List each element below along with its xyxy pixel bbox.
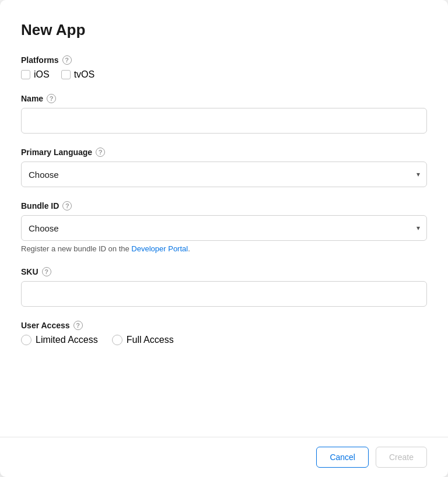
limited-access-radio-item[interactable]: Limited Access bbox=[21, 335, 98, 345]
bundle-id-group: Bundle ID ? Choose ▾ Register a new bund… bbox=[21, 201, 427, 253]
platforms-help-icon[interactable]: ? bbox=[62, 55, 72, 65]
limited-access-radio[interactable] bbox=[21, 335, 32, 345]
ios-checkbox[interactable] bbox=[21, 70, 30, 79]
name-help-icon[interactable]: ? bbox=[47, 94, 56, 103]
user-access-radio-row: Limited Access Full Access bbox=[21, 335, 427, 345]
user-access-group: User Access ? Limited Access Full Access bbox=[21, 321, 427, 345]
cancel-button[interactable]: Cancel bbox=[316, 447, 369, 468]
dialog-footer: Cancel Create bbox=[0, 437, 448, 477]
tvos-label: tvOS bbox=[74, 69, 95, 80]
page-title: New App bbox=[21, 21, 427, 39]
sku-group: SKU ? bbox=[21, 267, 427, 307]
primary-language-group: Primary Language ? Choose ▾ bbox=[21, 148, 427, 187]
name-label: Name ? bbox=[21, 94, 427, 103]
ios-checkbox-item[interactable]: iOS bbox=[21, 69, 50, 80]
primary-language-label: Primary Language ? bbox=[21, 148, 427, 157]
create-button[interactable]: Create bbox=[376, 447, 427, 468]
developer-portal-link[interactable]: Developer Portal bbox=[131, 244, 188, 253]
full-access-radio[interactable] bbox=[112, 335, 123, 345]
full-access-radio-item[interactable]: Full Access bbox=[112, 335, 174, 345]
bundle-id-label: Bundle ID ? bbox=[21, 201, 427, 211]
platforms-checkbox-row: iOS tvOS bbox=[21, 69, 427, 80]
name-group: Name ? bbox=[21, 94, 427, 134]
primary-language-select[interactable]: Choose bbox=[21, 162, 427, 187]
sku-input[interactable] bbox=[21, 281, 427, 307]
platforms-group: Platforms ? iOS tvOS bbox=[21, 55, 427, 80]
primary-language-select-wrapper: Choose ▾ bbox=[21, 162, 427, 187]
bundle-id-helper-text: Register a new bundle ID on the Develope… bbox=[21, 244, 427, 253]
sku-help-icon[interactable]: ? bbox=[42, 267, 51, 276]
bundle-id-select-wrapper: Choose ▾ bbox=[21, 215, 427, 241]
user-access-help-icon[interactable]: ? bbox=[74, 321, 83, 330]
platforms-label: Platforms ? bbox=[21, 55, 427, 65]
primary-language-help-icon[interactable]: ? bbox=[96, 148, 105, 157]
bundle-id-help-icon[interactable]: ? bbox=[62, 201, 72, 211]
tvos-checkbox[interactable] bbox=[61, 70, 71, 79]
dialog-body: New App Platforms ? iOS tvOS Name bbox=[0, 0, 448, 437]
limited-access-label: Limited Access bbox=[36, 335, 98, 345]
sku-label: SKU ? bbox=[21, 267, 427, 276]
new-app-dialog: New App Platforms ? iOS tvOS Name bbox=[0, 0, 448, 477]
bundle-id-select[interactable]: Choose bbox=[21, 215, 427, 241]
ios-label: iOS bbox=[34, 69, 50, 80]
name-input[interactable] bbox=[21, 108, 427, 134]
user-access-label: User Access ? bbox=[21, 321, 427, 330]
full-access-label: Full Access bbox=[127, 335, 174, 345]
tvos-checkbox-item[interactable]: tvOS bbox=[61, 69, 95, 80]
